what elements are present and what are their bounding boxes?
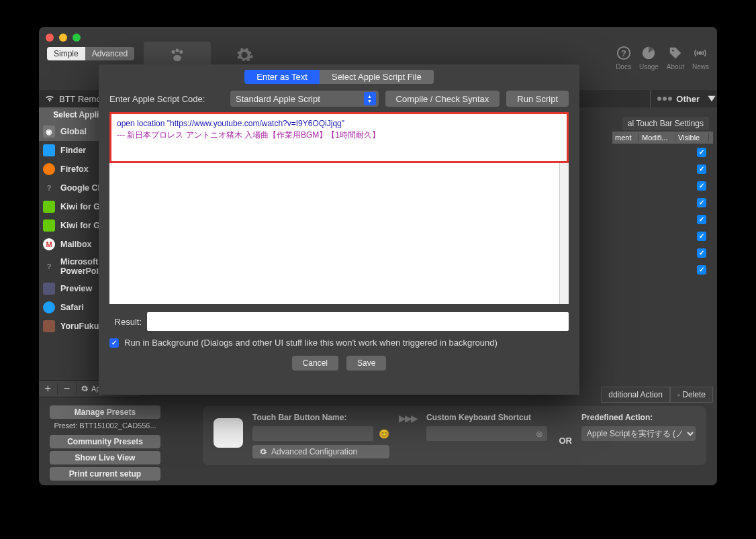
dropdown-triangle[interactable]: [706, 93, 717, 104]
visible-checkbox[interactable]: [697, 164, 706, 174]
delete-button[interactable]: - Delete: [670, 387, 713, 403]
action-buttons-row: dditional Action - Delete: [601, 387, 713, 403]
paw-icon: [168, 46, 187, 64]
mode-segment[interactable]: Simple Advanced: [47, 47, 134, 60]
table-row[interactable]: [612, 261, 713, 278]
svg-point-8: [700, 52, 702, 54]
background-checkbox-row[interactable]: Run in Background (Dialogs and other UI …: [99, 334, 579, 352]
kiwi-lite-icon: [43, 219, 55, 232]
svg-point-0: [172, 50, 175, 54]
visible-checkbox[interactable]: [697, 232, 706, 241]
separator-icon: ▶▶▶: [399, 413, 417, 458]
modal-tabs: Enter as Text Select Apple Script File: [99, 70, 579, 84]
other-tab[interactable]: Other: [650, 90, 706, 107]
kiwi-icon: [43, 201, 55, 213]
about-button[interactable]: About: [667, 46, 684, 70]
code-label: Enter Apple Script Code:: [109, 94, 224, 104]
svg-text:?: ?: [621, 48, 626, 58]
button-name-input[interactable]: [252, 426, 373, 441]
docs-button[interactable]: ? Docs: [616, 46, 631, 70]
preset-label: Preset: BTT151002_CAD556...: [50, 422, 160, 430]
news-button[interactable]: News: [692, 46, 709, 70]
predefined-action-select[interactable]: Apple Scriptを実行する (ノ' ▽: [581, 426, 696, 441]
add-app-button[interactable]: +: [39, 383, 58, 395]
gear-icon: [259, 448, 267, 456]
additional-action-button[interactable]: dditional Action: [601, 387, 670, 403]
advanced-config-button[interactable]: Advanced Configuration: [252, 445, 389, 458]
dots-icon: [657, 97, 672, 101]
result-row: Result:: [99, 304, 579, 334]
table-row[interactable]: [612, 144, 713, 160]
table-row[interactable]: [612, 160, 713, 177]
print-setup-button[interactable]: Print current setup: [50, 467, 160, 481]
background-checkbox[interactable]: [109, 338, 119, 348]
applescript-modal: Enter as Text Select Apple Script File E…: [99, 64, 579, 395]
broadcast-icon: [693, 46, 708, 60]
safari-icon: [43, 301, 55, 313]
community-presets-button[interactable]: Community Presets: [50, 435, 160, 448]
zoom-traffic[interactable]: [73, 34, 81, 42]
trigger-columns: ment Modifi... Visible: [612, 111, 713, 278]
button-name-label: Touch Bar Button Name:: [252, 413, 389, 422]
right-icon-row: ? Docs Usage About News: [616, 46, 709, 70]
show-live-view-button[interactable]: Show Live View: [50, 451, 160, 464]
tab-enter-text[interactable]: Enter as Text: [244, 70, 320, 84]
table-row[interactable]: [612, 244, 713, 261]
tag-icon: [668, 46, 683, 60]
visible-checkbox[interactable]: [697, 248, 706, 258]
keyboard-field-group: Custom Keyboard Shortcut ⊗: [426, 413, 550, 458]
name-field-group: Touch Bar Button Name: 😊 Advanced Config…: [252, 413, 389, 458]
svg-point-7: [672, 50, 674, 52]
clear-icon[interactable]: ⊗: [536, 429, 543, 439]
table-row[interactable]: [612, 177, 713, 194]
compile-button[interactable]: Compile / Check Syntax: [385, 91, 500, 107]
background-label: Run in Background (Dialogs and other UI …: [124, 338, 498, 348]
table-row[interactable]: [612, 194, 713, 211]
visible-checkbox[interactable]: [697, 265, 706, 275]
segment-simple[interactable]: Simple: [47, 47, 85, 60]
select-arrows-icon: ▲▼: [364, 92, 376, 105]
visible-checkbox[interactable]: [697, 148, 706, 157]
segment-advanced[interactable]: Advanced: [85, 47, 134, 60]
keyboard-shortcut-input[interactable]: ⊗: [426, 426, 547, 441]
result-label: Result:: [109, 317, 142, 327]
svg-point-1: [175, 48, 179, 52]
gear-icon: [235, 46, 254, 64]
or-label: OR: [559, 436, 573, 446]
manage-presets-button[interactable]: Manage Presets: [50, 405, 160, 419]
script-output-area[interactable]: [109, 163, 569, 304]
visible-checkbox[interactable]: [697, 198, 706, 207]
visible-checkbox[interactable]: [697, 181, 706, 191]
svg-point-3: [173, 55, 181, 61]
minimize-traffic[interactable]: [59, 34, 67, 42]
button-preview[interactable]: [214, 418, 243, 448]
run-script-button[interactable]: Run Script: [506, 91, 569, 107]
result-field[interactable]: [147, 312, 569, 331]
scrollbar[interactable]: [559, 163, 569, 304]
close-traffic[interactable]: [46, 34, 54, 42]
preset-panel: Manage Presets Preset: BTT151002_CAD556.…: [50, 405, 160, 483]
save-button[interactable]: Save: [346, 356, 386, 371]
mailbox-icon: M: [43, 238, 55, 250]
cancel-button[interactable]: Cancel: [292, 356, 338, 371]
emoji-picker[interactable]: 😊: [379, 429, 389, 439]
column-headers: ment Modifi... Visible: [612, 132, 713, 144]
script-editor[interactable]: open location "https://www.youtube.com/w…: [109, 112, 569, 163]
predefined-field-group: Predefined Action: Apple Scriptを実行する (ノ'…: [581, 413, 696, 458]
visible-column: [612, 144, 713, 278]
keyboard-label: Custom Keyboard Shortcut: [426, 413, 550, 422]
remove-app-button[interactable]: −: [58, 383, 77, 395]
visible-checkbox[interactable]: [697, 215, 706, 224]
firefox-icon: [43, 163, 55, 175]
touchbar-editor-panel: Touch Bar Button Name: 😊 Advanced Config…: [203, 406, 706, 465]
table-row[interactable]: [612, 211, 713, 228]
globe-icon: ◉: [43, 126, 55, 138]
script-type-select[interactable]: Standard Apple Script ▲▼: [230, 91, 379, 107]
finder-icon: [43, 144, 55, 156]
preview-icon: [43, 283, 55, 295]
traffic-lights: [46, 34, 81, 42]
usage-button[interactable]: Usage: [639, 46, 659, 70]
table-row[interactable]: [612, 228, 713, 244]
question-icon: ?: [43, 182, 55, 194]
tab-select-file[interactable]: Select Apple Script File: [320, 70, 434, 84]
